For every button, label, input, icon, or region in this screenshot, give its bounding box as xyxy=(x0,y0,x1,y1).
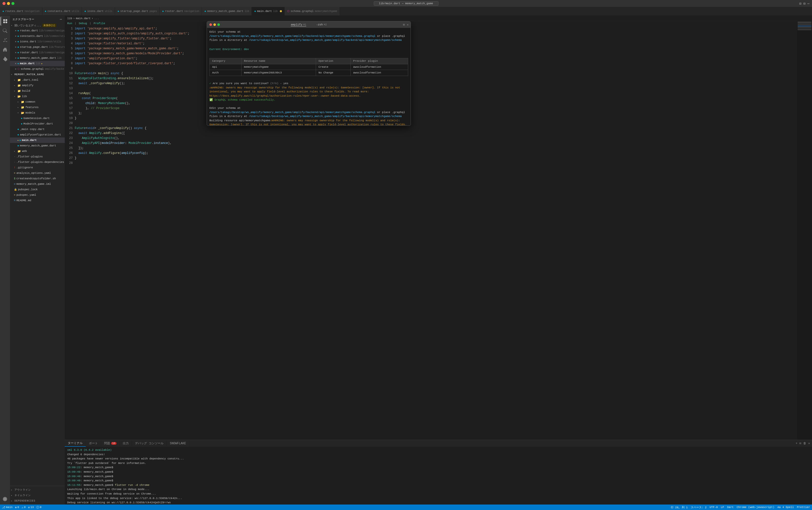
close-icon[interactable]: ✕ xyxy=(15,29,17,32)
terminal-trash-icon[interactable]: 🗑 xyxy=(803,442,806,445)
amp-minimize[interactable] xyxy=(213,23,216,26)
open-file-memory-match[interactable]: ✕ ◆ memory_match_game.dart lib xyxy=(10,55,65,61)
amp-tab-amplify[interactable]: amplify ⌘1 xyxy=(291,23,306,26)
tree-analysis[interactable]: ≡ analysis_options.yaml xyxy=(10,170,65,176)
status-line-ending[interactable]: LF xyxy=(721,506,724,509)
tree-build[interactable]: ▸ 📁 build xyxy=(10,88,65,94)
activity-source-control[interactable] xyxy=(0,36,9,45)
amp-close[interactable] xyxy=(209,23,212,26)
terminal-split-icon[interactable]: ⊟ xyxy=(800,442,801,445)
tab-constants[interactable]: ◆ constants.dart utils xyxy=(42,7,82,16)
terminal-close-icon[interactable]: ✕ xyxy=(808,442,810,445)
amp-split-icon[interactable]: ⊞ xyxy=(403,23,405,27)
more-icon[interactable]: ⋯ xyxy=(808,1,810,6)
amp-close-icon[interactable]: ✕ xyxy=(407,23,409,27)
tree-lib[interactable]: ▾ 📂 lib xyxy=(10,94,65,99)
status-info[interactable]: ⓘ 0 xyxy=(36,506,41,509)
terminal-add-icon[interactable]: + xyxy=(795,442,797,445)
status-encoding[interactable]: UTF-8 xyxy=(710,506,718,509)
status-problems[interactable]: ⊘ 13 xyxy=(28,506,34,509)
tree-flutter-plugins-deps[interactable]: · .flutter-plugins-dependencies xyxy=(10,159,65,165)
tree-main-copy[interactable]: ◆ _main copy.dart xyxy=(10,126,65,132)
tab-startup[interactable]: ◆ startup_page.dart pages xyxy=(115,7,160,16)
sidebar-more-icon[interactable]: ⋯ xyxy=(60,17,62,21)
split-icon[interactable]: ⊟ xyxy=(803,1,805,6)
profile-link[interactable]: Profile xyxy=(94,22,105,25)
close-icon[interactable]: ✕ xyxy=(15,35,17,37)
status-errors[interactable]: ⊗ 0 xyxy=(15,506,19,509)
terminal-tab-terminal[interactable]: ターミナル xyxy=(65,440,86,447)
sidebar-timeline[interactable]: ▸ タイムライン xyxy=(10,492,65,498)
activity-run[interactable] xyxy=(0,45,9,54)
tab-routes[interactable]: ◆ routes.dart navigation xyxy=(0,7,42,16)
status-row-col[interactable]: 行 28, 列 1 xyxy=(671,506,688,509)
tree-models[interactable]: ▾ 📂 models xyxy=(10,110,65,116)
close-icon[interactable]: ✕ xyxy=(15,40,17,43)
run-link[interactable]: Run xyxy=(67,22,72,25)
tab-icons[interactable]: ◆ icons.dart utils xyxy=(82,7,115,16)
tree-pubspec-lock[interactable]: 🔒 pubspec.lock xyxy=(10,187,65,192)
activity-settings[interactable] xyxy=(0,494,9,504)
status-branch[interactable]: ⎇ main xyxy=(2,506,12,509)
status-spell[interactable]: Aa 4 Spell xyxy=(777,506,794,509)
close-icon[interactable]: ✕ xyxy=(15,46,17,49)
activity-search[interactable] xyxy=(0,26,9,35)
maximize-button[interactable] xyxy=(11,2,14,5)
tab-memory-match[interactable]: ◆ memory_match_game.dart lib xyxy=(202,7,252,16)
tree-gamesession[interactable]: ◆ GameSession.dart xyxy=(10,116,65,121)
tree-common[interactable]: ▸ 📁 common xyxy=(10,99,65,105)
open-file-router[interactable]: ✕ ◆ router.dart lib/common/navigation xyxy=(10,50,65,55)
tree-web[interactable]: ▸ 📁 web xyxy=(10,148,65,154)
tree-createcopy[interactable]: $ createandcopytofolder.sh xyxy=(10,176,65,181)
layout-icon[interactable]: ⊡ xyxy=(799,1,801,6)
terminal-tab-snowflake[interactable]: SNOWFLAKE xyxy=(167,440,189,447)
status-warnings[interactable]: ⚠ 0 xyxy=(22,506,26,509)
tree-main[interactable]: ● ◆ main.dart xyxy=(10,138,65,143)
close-icon[interactable]: ✕ xyxy=(15,51,17,54)
tab-router[interactable]: ◆ router.dart navigation xyxy=(160,7,202,16)
amp-maximize[interactable] xyxy=(218,23,220,26)
tree-dart-tool[interactable]: ▸ 📁 .dart_tool xyxy=(10,77,65,83)
tree-gitignore[interactable]: ! .gitignore xyxy=(10,165,65,170)
tree-amplify[interactable]: ▸ 📁 amplify xyxy=(10,83,65,88)
close-button[interactable] xyxy=(2,2,5,5)
open-file-startup[interactable]: ✕ ◆ startup_page.dart lib/features/... xyxy=(10,44,65,50)
tree-pubspec-yaml[interactable]: ≡ pubspec.yaml xyxy=(10,192,65,198)
open-file-main[interactable]: ✕ ◆ main.dart lib ● xyxy=(10,61,65,66)
open-file-icons[interactable]: ✕ ◆ icons.dart lib/common/utils xyxy=(10,39,65,44)
tree-features[interactable]: ▸ 📁 features xyxy=(10,105,65,110)
status-spaces[interactable]: スペース: 2 xyxy=(691,506,707,509)
tab-main[interactable]: ◆ main.dart lib xyxy=(252,7,284,16)
amp-tab-zsh[interactable]: -zsh ⌘2 xyxy=(316,23,327,26)
sidebar-outline[interactable]: ▸ アウトライン xyxy=(10,487,65,492)
tree-readme[interactable]: M README.md xyxy=(10,198,65,203)
terminal-tab-problems[interactable]: 問題 13 xyxy=(101,440,120,447)
status-prettier[interactable]: Prettier xyxy=(797,506,810,509)
open-file-schema[interactable]: ✕ ⬡ schema.graphql amplify/backe... xyxy=(10,66,65,72)
close-icon[interactable]: ✕ xyxy=(15,62,17,65)
open-editors-section[interactable]: ▾ 開いているエディ... 未保存(1) xyxy=(10,23,65,28)
tree-memory-match-game[interactable]: ◆ memory_match_game.dart xyxy=(10,143,65,148)
terminal-tab-port[interactable]: ポート xyxy=(86,440,101,447)
open-file-routes[interactable]: ✕ ◆ routes.dart lib/common/navigati... xyxy=(10,28,65,33)
close-icon[interactable]: ✕ xyxy=(15,67,17,70)
tree-modelprovider[interactable]: ◆ ModelProvider.dart xyxy=(10,121,65,126)
debug-link[interactable]: Debug xyxy=(79,22,87,25)
minimize-button[interactable] xyxy=(7,2,10,5)
status-renderer[interactable]: Chrome (web-javascript) xyxy=(736,506,774,509)
tree-iml[interactable]: ⊙ memory_match_game.iml xyxy=(10,181,65,187)
activity-explorer[interactable] xyxy=(0,17,9,26)
status-language[interactable]: Dart xyxy=(727,506,733,509)
activity-extensions[interactable] xyxy=(0,55,9,63)
open-file-constants[interactable]: ✕ ◆ constants.dart lib/common/utils xyxy=(10,33,65,39)
close-icon[interactable]: ✕ xyxy=(15,57,17,59)
tab-schema[interactable]: ⬡ schema.graphql memorymatchgame xyxy=(285,7,340,16)
project-root[interactable]: ▾ MEMORY_MATCH_GAME xyxy=(10,72,65,77)
terminal-tab-debug-console[interactable]: デバッグ コンソール xyxy=(132,440,167,447)
tree-flutter-plugins[interactable]: · .flutter-plugins xyxy=(10,154,65,159)
terminal-tab-output[interactable]: 出力 xyxy=(120,440,132,447)
chevron-down-icon: ▾ xyxy=(18,112,21,114)
sidebar-dependencies[interactable]: ▸ DEPENDENCIES xyxy=(10,498,65,504)
tree-amplifyconfiguration[interactable]: ◆ amplifyconfiguration.dart xyxy=(10,132,65,138)
title-search[interactable]: lib/main.dart — memory_match_game xyxy=(374,1,438,6)
